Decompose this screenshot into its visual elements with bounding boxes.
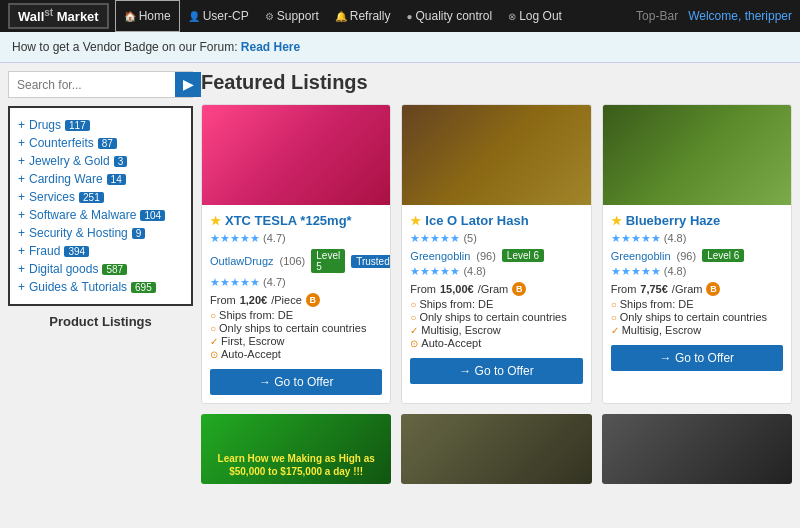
- refrally-icon: 🔔: [335, 11, 347, 22]
- vendor-name-1[interactable]: Greengoblin: [410, 250, 470, 262]
- listings-grid: ★ XTC TESLA *125mg* ★★★★★ (4.7) OutlawDr…: [201, 104, 792, 404]
- escrow-icon-1: B: [512, 282, 526, 296]
- quality-icon: ●: [406, 11, 412, 22]
- cat-badge-guides: 695: [131, 282, 156, 293]
- vendor-row-0: OutlawDrugz (106) Level 5 Trusted: [210, 249, 382, 273]
- star-icon-2: ★: [611, 214, 622, 228]
- card-stars-0: ★★★★★ (4.7): [210, 232, 382, 245]
- card-image-2: [603, 105, 791, 205]
- level-badge-1: Level 6: [502, 249, 544, 262]
- vendor-stars-row-1: ★★★★★ (4.8): [410, 265, 582, 278]
- category-item-drugs[interactable]: + Drugs 117: [18, 116, 183, 134]
- home-icon: 🏠: [124, 11, 136, 22]
- accept-0: ⊙ Auto-Accept: [210, 348, 382, 360]
- user-icon: 👤: [188, 11, 200, 22]
- vendor-name-0[interactable]: OutlawDrugz: [210, 255, 274, 267]
- product-listings-label: Product Listings: [8, 314, 193, 329]
- bottom-card-0[interactable]: Learn How we Making as High as $50,000 t…: [201, 414, 391, 484]
- category-item-guides[interactable]: + Guides & Tutorials 695: [18, 278, 183, 296]
- card-title-1: ★ Ice O Lator Hash: [410, 213, 582, 228]
- vendor-reviews-2: (96): [677, 250, 697, 262]
- card-body-2: ★ Blueberry Haze ★★★★★ (4.8) Greengoblin…: [603, 205, 791, 379]
- support-icon: ⚙: [265, 11, 274, 22]
- escrow-2: ✓ Multisig, Escrow: [611, 324, 783, 336]
- accept-1: ⊙ Auto-Accept: [410, 337, 582, 349]
- escrow-0: ✓ First, Escrow: [210, 335, 382, 347]
- search-button[interactable]: ▶: [175, 72, 201, 97]
- bottom-card-2[interactable]: [602, 414, 792, 484]
- category-item-software[interactable]: + Software & Malware 104: [18, 206, 183, 224]
- escrow-icon-2: B: [706, 282, 720, 296]
- price-row-1: From 15,00€/Gram B: [410, 282, 582, 296]
- cat-badge-digital: 587: [102, 264, 127, 275]
- vendor-row-1: Greengoblin (96) Level 6: [410, 249, 582, 262]
- bottom-card-text-0: Learn How we Making as High as $50,000 t…: [201, 446, 391, 484]
- cat-badge-software: 104: [140, 210, 165, 221]
- cat-badge-drugs: 117: [65, 120, 90, 131]
- category-item-security[interactable]: + Security & Hosting 9: [18, 224, 183, 242]
- card-title-0: ★ XTC TESLA *125mg*: [210, 213, 382, 228]
- category-item-carding[interactable]: + Carding Ware 14: [18, 170, 183, 188]
- trusted-badge-0: Trusted: [351, 255, 391, 268]
- cat-badge-security: 9: [132, 228, 146, 239]
- bottom-card-1[interactable]: [401, 414, 591, 484]
- ships-to-1: ○ Only ships to certain countries: [410, 311, 582, 323]
- star-icon-1: ★: [410, 214, 421, 228]
- vendor-reviews-0: (106): [280, 255, 306, 267]
- ships-from-1: ○ Ships from: DE: [410, 298, 582, 310]
- category-item-fraud[interactable]: + Fraud 394: [18, 242, 183, 260]
- nav-quality-control[interactable]: ● Quality control: [398, 0, 500, 32]
- listing-card-0: ★ XTC TESLA *125mg* ★★★★★ (4.7) OutlawDr…: [201, 104, 391, 404]
- card-title-2: ★ Blueberry Haze: [611, 213, 783, 228]
- search-bar-container: ▶: [8, 71, 193, 98]
- escrow-icon-0: B: [306, 293, 320, 307]
- nav-support[interactable]: ⚙ Support: [257, 0, 327, 32]
- bottom-cards: Learn How we Making as High as $50,000 t…: [201, 414, 792, 484]
- ships-to-2: ○ Only ships to certain countries: [611, 311, 783, 323]
- top-bar-label: Top-Bar: [636, 9, 678, 23]
- star-icon-0: ★: [210, 214, 221, 228]
- logout-icon: ⊗: [508, 11, 516, 22]
- search-input[interactable]: [9, 72, 175, 97]
- go-offer-btn-2[interactable]: → Go to Offer: [611, 345, 783, 371]
- category-item-digital[interactable]: + Digital goods 587: [18, 260, 183, 278]
- main-layout: ▶ + Drugs 117 + Counterfeits 87 + Jewelr…: [0, 63, 800, 492]
- vendor-stars-row-0: ★★★★★ (4.7): [210, 276, 382, 289]
- category-item-counterfeits[interactable]: + Counterfeits 87: [18, 134, 183, 152]
- cat-badge-jewelry: 3: [114, 156, 128, 167]
- vendor-row-2: Greengoblin (96) Level 6: [611, 249, 783, 262]
- vendor-name-2[interactable]: Greengoblin: [611, 250, 671, 262]
- nav-logout[interactable]: ⊗ Log Out: [500, 0, 570, 32]
- nav-home[interactable]: 🏠 Home: [115, 0, 180, 32]
- cat-badge-services: 251: [79, 192, 104, 203]
- level-badge-2: Level 6: [702, 249, 744, 262]
- nav-user-cp[interactable]: 👤 User-CP: [180, 0, 257, 32]
- category-item-jewelry[interactable]: + Jewelry & Gold 3: [18, 152, 183, 170]
- cat-badge-carding: 14: [107, 174, 126, 185]
- ships-from-0: ○ Ships from: DE: [210, 309, 382, 321]
- welcome-text: Welcome, theripper: [688, 9, 792, 23]
- vendor-banner: How to get a Vendor Badge on our Forum: …: [0, 32, 800, 63]
- featured-title: Featured Listings: [201, 71, 792, 94]
- cat-badge-counterfeits: 87: [98, 138, 117, 149]
- level-badge-0: Level 5: [311, 249, 345, 273]
- nav-menu: 🏠 Home 👤 User-CP ⚙ Support 🔔 Refrally ● …: [115, 0, 626, 32]
- card-body-0: ★ XTC TESLA *125mg* ★★★★★ (4.7) OutlawDr…: [202, 205, 390, 403]
- vendor-stars-row-2: ★★★★★ (4.8): [611, 265, 783, 278]
- listing-card-2: ★ Blueberry Haze ★★★★★ (4.8) Greengoblin…: [602, 104, 792, 404]
- go-offer-btn-1[interactable]: → Go to Offer: [410, 358, 582, 384]
- escrow-1: ✓ Multisig, Escrow: [410, 324, 582, 336]
- ships-from-2: ○ Ships from: DE: [611, 298, 783, 310]
- category-item-services[interactable]: + Services 251: [18, 188, 183, 206]
- go-offer-btn-0[interactable]: → Go to Offer: [210, 369, 382, 395]
- card-body-1: ★ Ice O Lator Hash ★★★★★ (5) Greengoblin…: [402, 205, 590, 392]
- logo-sup: st: [44, 7, 53, 18]
- card-image-0: [202, 105, 390, 205]
- vendor-badge-link[interactable]: Read Here: [241, 40, 300, 54]
- category-box: + Drugs 117 + Counterfeits 87 + Jewelry …: [8, 106, 193, 306]
- content: Featured Listings ★ XTC TESLA *125mg* ★★…: [201, 71, 792, 484]
- listing-card-1: ★ Ice O Lator Hash ★★★★★ (5) Greengoblin…: [401, 104, 591, 404]
- logo: Wallst Market: [8, 3, 109, 28]
- nav-refrally[interactable]: 🔔 Refrally: [327, 0, 399, 32]
- price-row-2: From 7,75€/Gram B: [611, 282, 783, 296]
